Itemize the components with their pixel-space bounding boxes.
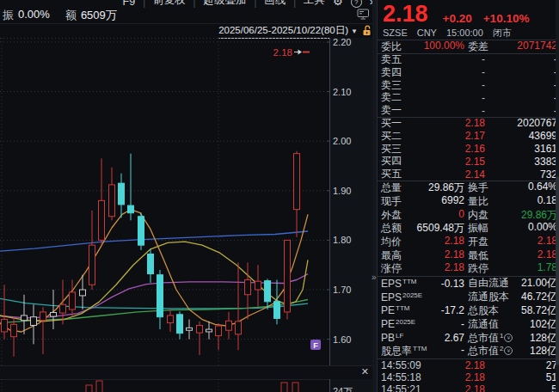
stat-value: 2.18 [402, 261, 464, 276]
stat-pair: 最低2.18 [468, 248, 557, 263]
date-range-link[interactable]: 2025/06/25-2025/10/22(80日) [218, 24, 348, 39]
financial-label: PETTM [381, 304, 409, 316]
candle-body [89, 245, 95, 285]
market-status: 闭市 [493, 27, 512, 40]
candle-body [294, 154, 300, 210]
sell-level-row[interactable]: 卖二-- [381, 91, 557, 104]
turnover-label: 额 [65, 8, 77, 23]
volume-pane: 24万 [0, 379, 372, 392]
financial-row: EPSTTM-0.13自由流通21.00亿 [381, 277, 557, 291]
tick-quantity: 5 [485, 383, 557, 392]
toolbar-f9-button[interactable]: F9 [123, 0, 136, 8]
buy-level-row[interactable]: 买二2.1743699 [381, 130, 557, 143]
stat-value: 0.00% [488, 221, 557, 236]
financial-label: EPSTTM [381, 278, 416, 290]
candle-body [51, 312, 57, 316]
candle-body [60, 304, 66, 313]
volume-bar [281, 383, 287, 392]
buy-level-row[interactable]: 买五2.14732 [381, 168, 557, 181]
current-price-tag: 2.18 [273, 47, 292, 58]
candle-body [255, 281, 261, 290]
financial-row: PBLF2.67总市值1¥128亿 [381, 331, 557, 345]
unlock-icon[interactable] [362, 25, 372, 38]
event-f-badge[interactable]: F [310, 340, 321, 350]
buy-level-label: 买五 [381, 167, 412, 181]
buy-levels: 买一2.182020767买二2.1743699买三2.163161买四2.15… [378, 117, 559, 181]
stock-app-window: F9| 前复权| 超级叠加| 画线| 工具 ⚙ ? » 振0.00% 额6509… [0, 0, 559, 392]
sell-level-row[interactable]: 卖五-- [381, 53, 557, 66]
panel-scrollbar[interactable] [556, 0, 559, 392]
stat-value: 0 [402, 208, 464, 223]
kline-chart[interactable]: 2.202.102.001.901.801.701.602.18F [0, 38, 372, 365]
sell-levels: 卖五--卖四--卖三--卖二--卖一-- [378, 53, 559, 118]
sell-level-row[interactable]: 卖四-- [381, 66, 557, 79]
toolbar-separator: | [254, 0, 256, 8]
tick-price: 2.18 [433, 359, 485, 371]
candle-body [148, 254, 154, 274]
financial-value: - [427, 344, 464, 358]
buy-level-row[interactable]: 买一2.182020767 [381, 117, 557, 130]
stat-row: 总额6509.48万振幅0.00% [381, 222, 557, 236]
stat-label: 总量 [381, 181, 402, 195]
financial-pair: 总市值2¥128亿 [468, 344, 557, 358]
volume-bar [86, 385, 92, 392]
buy-quantity: 3161 [485, 143, 557, 155]
toolbar-forward-adjust-button[interactable]: 前复权 [153, 0, 186, 8]
stat-pair: 涨停2.18 [381, 261, 464, 276]
chart-toolbar: F9| 前复权| 超级叠加| 画线| 工具 ⚙ ? » [0, 0, 376, 8]
candle-body [138, 217, 144, 245]
weicha-value: 2071742 [488, 40, 557, 54]
stat-row: 总量29.86万换手0.64% [381, 181, 557, 195]
financial-value: 128亿 [513, 344, 557, 358]
chevron-down-icon[interactable]: ▼ [351, 28, 358, 35]
financial-label: PE2025E [381, 318, 415, 330]
sell-price: - [412, 79, 485, 91]
help-icon[interactable]: ? [351, 0, 362, 8]
buy-quantity: 3383 [485, 156, 557, 168]
y-axis-label: 2.20 [333, 38, 351, 47]
financial-value: 21.00亿 [509, 276, 557, 291]
y-axis-label: 1.70 [333, 285, 351, 295]
gear-icon[interactable]: ⚙ [333, 0, 343, 8]
buy-level-row[interactable]: 买四2.153383 [381, 155, 557, 168]
stat-label: 总额 [381, 221, 402, 236]
candle-body [285, 240, 291, 312]
tick-row: 14:55:212.185 [381, 383, 557, 392]
financial-label: 流通股本 [468, 290, 509, 304]
candle-body [274, 302, 280, 319]
tick-time: 14:55:21 [381, 383, 433, 392]
collapse-handle-icon[interactable]: » [372, 273, 377, 282]
y-axis-label: 2.10 [333, 87, 351, 97]
sell-level-row[interactable]: 卖一-- [381, 104, 557, 117]
stat-pair: 总量29.86万 [381, 181, 464, 195]
toolbar-draw-line-button[interactable]: 画线 [264, 0, 286, 8]
price-header: 2.18 +0.20 +10.10% [378, 0, 559, 27]
stat-value: 2.18 [488, 248, 557, 263]
mini-screen-icon[interactable] [357, 9, 370, 24]
candle-body [40, 312, 46, 321]
toolbar-super-overlay-button[interactable]: 超级叠加 [203, 0, 246, 8]
financial-label-sup: 2025E [396, 318, 415, 326]
toolbar-separator: | [194, 0, 196, 8]
buy-quantity: 2020767 [485, 117, 557, 129]
close-icon[interactable]: ✕ [361, 366, 369, 377]
stat-label: 最低 [468, 248, 488, 263]
candle-body [157, 275, 163, 317]
stat-pair: 现手6992 [381, 194, 464, 209]
toolbar-tools-button[interactable]: 工具 [304, 0, 325, 8]
financial-pair: 流通股本46.72亿 [468, 290, 557, 304]
candle-body [2, 320, 8, 332]
buy-price: 2.15 [412, 156, 485, 168]
buy-quantity: 732 [485, 168, 557, 181]
stat-label: 振幅 [468, 221, 488, 236]
yen-circle-icon: ¥ [504, 346, 513, 355]
sell-level-row[interactable]: 卖三-- [381, 79, 557, 92]
candle-body [70, 292, 76, 309]
buy-level-row[interactable]: 买三2.163161 [381, 143, 557, 156]
candle-body [109, 185, 115, 217]
financial-value: 58.72亿 [499, 303, 557, 318]
sell-price: - [412, 66, 485, 78]
scrollbar-thumb[interactable] [556, 176, 559, 365]
stat-pair: 均价2.18 [381, 235, 464, 249]
amplitude-value: 0.00% [18, 8, 50, 23]
